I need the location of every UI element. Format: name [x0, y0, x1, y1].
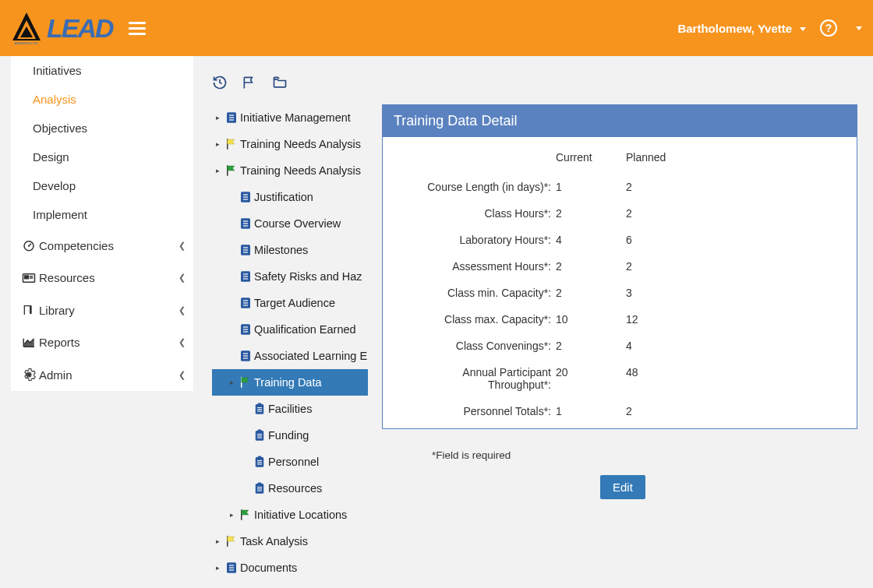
sidebar-item-develop[interactable]: Develop: [11, 171, 193, 200]
tree-node[interactable]: ▸Task Analysis: [212, 528, 368, 555]
field-planned: 3: [626, 282, 696, 304]
tree-node[interactable]: Qualification Earned: [212, 316, 368, 343]
help-icon[interactable]: ?: [820, 19, 837, 37]
expand-arrow-icon: ▸: [212, 564, 223, 572]
detail-column: Training Data Detail CurrentPlannedCours…: [382, 104, 857, 581]
field-planned: 2: [626, 202, 696, 224]
tree-node[interactable]: Course Overview: [212, 210, 368, 237]
tree-node[interactable]: Milestones: [212, 237, 368, 263]
folder-icon[interactable]: [271, 75, 288, 90]
tree-node-label: Training Needs Analysis: [240, 164, 361, 177]
content-area: ▸Initiative Management▸Training Needs An…: [193, 56, 873, 588]
field-current: 2: [556, 255, 626, 277]
detail-panel: Training Data Detail CurrentPlannedCours…: [382, 104, 857, 429]
chevron-left-icon: ❮: [178, 305, 186, 315]
tree-node[interactable]: Resources: [212, 475, 368, 502]
tree-node[interactable]: Funding: [212, 422, 368, 449]
field-current: 2: [556, 335, 626, 357]
tree-node-label: Documents: [240, 562, 297, 574]
tree-node[interactable]: Personnel: [212, 449, 368, 475]
tree-node[interactable]: Associated Learning E: [212, 343, 368, 369]
doc-icon: [237, 269, 254, 283]
field-current: 10: [556, 308, 626, 330]
gear-icon: [22, 368, 39, 382]
tree-node[interactable]: Justification: [212, 184, 368, 210]
tree-node[interactable]: Target Audience: [212, 290, 368, 316]
tree-node-label: Task Analysis: [240, 535, 308, 548]
field-current: 1: [556, 176, 626, 198]
sidebar: InitiativesAnalysisObjectivesDesignDevel…: [0, 56, 193, 588]
sidebar-item-implement[interactable]: Implement: [11, 200, 193, 229]
book-icon: [22, 303, 39, 317]
help-caret-icon: [856, 26, 862, 30]
svg-rect-56: [258, 456, 262, 459]
field-current: 2: [556, 282, 626, 304]
sidebar-section-label: Resources: [39, 271, 95, 284]
tree-node[interactable]: ▸Initiative Locations: [212, 502, 368, 528]
dashboard-icon: [22, 238, 39, 252]
tree-node[interactable]: ▸Training Needs Analysis: [212, 157, 368, 184]
field-label: Class Convenings*:: [400, 335, 556, 357]
tree-node[interactable]: Facilities: [212, 396, 368, 422]
chevron-left-icon: ❮: [178, 273, 186, 283]
field-planned: 12: [626, 308, 696, 330]
tree-node-label: Resources: [268, 482, 322, 495]
sidebar-section-reports[interactable]: Reports❮: [11, 326, 193, 358]
field-planned: 6: [626, 229, 696, 251]
sidebar-section-library[interactable]: Library❮: [11, 294, 193, 326]
history-icon[interactable]: [212, 75, 228, 90]
sidebar-section-label: Reports: [39, 336, 80, 349]
sidebar-section-competencies[interactable]: Competencies❮: [11, 229, 193, 262]
doc-icon: [237, 190, 254, 204]
user-menu[interactable]: Bartholomew, Yvette: [677, 22, 806, 35]
svg-rect-6: [25, 276, 29, 279]
user-name: Bartholomew, Yvette: [677, 22, 792, 35]
content-toolbar: [212, 56, 857, 104]
tree-node[interactable]: ▸Initiative Management: [212, 104, 368, 131]
flag-icon[interactable]: [242, 75, 257, 90]
tree-node-label: Qualification Earned: [254, 323, 356, 336]
expand-arrow-icon: ▸: [212, 537, 223, 545]
field-current: 4: [556, 229, 626, 251]
sidebar-section-label: Library: [39, 304, 75, 317]
doc-icon: [237, 349, 254, 363]
sidebar-item-design[interactable]: Design: [11, 143, 193, 171]
sidebar-item-analysis[interactable]: Analysis: [11, 85, 193, 114]
expand-arrow-icon: ▸: [212, 114, 223, 121]
field-label: Class max. Capacity*:: [400, 308, 556, 330]
tree-node-label: Training Needs Analysis: [240, 138, 361, 150]
tree-node-label: Initiative Locations: [254, 509, 347, 521]
sidebar-section-resources[interactable]: Resources❮: [11, 262, 193, 294]
expand-arrow-icon: ▸: [226, 511, 237, 519]
required-note: *Field is required: [432, 449, 857, 461]
flag-y-icon: [223, 534, 240, 548]
expand-arrow-icon: ▸: [212, 140, 223, 148]
brand-text: LEAD: [47, 13, 113, 44]
tree-node-label: Training Data: [254, 376, 322, 389]
field-current: 20: [556, 361, 626, 383]
panel-footer: *Field is required Edit: [382, 429, 857, 499]
caret-down-icon: [800, 27, 806, 31]
tree-node[interactable]: ▸Training Data: [212, 369, 368, 396]
doc-icon: [223, 111, 240, 125]
tree-node-label: Target Audience: [254, 297, 335, 309]
tree-node[interactable]: Safety Risks and Haz: [212, 263, 368, 290]
flag-g-icon: [237, 375, 254, 389]
field-planned: 2: [626, 255, 696, 277]
sidebar-item-objectives[interactable]: Objectives: [11, 114, 193, 143]
tree-node[interactable]: ▸Documents: [212, 555, 368, 581]
flag-y-icon: [223, 137, 240, 151]
menu-toggle-icon[interactable]: [129, 19, 146, 38]
clip-icon: [251, 402, 268, 416]
field-label: Course Length (in days)*:: [400, 176, 556, 198]
panel-title: Training Data Detail: [383, 105, 857, 137]
app-header: AIMEREON, INC LEAD Bartholomew, Yvette ?: [0, 0, 873, 56]
sidebar-section-admin[interactable]: Admin❮: [11, 358, 193, 391]
doc-icon: [237, 243, 254, 257]
tree-node[interactable]: ▸Training Needs Analysis: [212, 131, 368, 157]
edit-button[interactable]: Edit: [600, 475, 645, 499]
tree-node-label: Course Overview: [254, 217, 341, 230]
sidebar-item-initiatives[interactable]: Initiatives: [11, 56, 193, 85]
sidebar-section-label: Competencies: [39, 239, 114, 252]
svg-point-4: [28, 245, 30, 247]
